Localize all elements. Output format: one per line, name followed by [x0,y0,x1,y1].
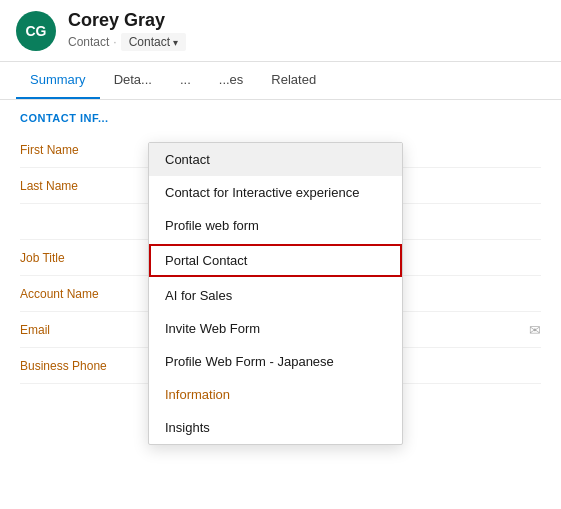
header-info: Corey Gray Contact · Contact ▾ [68,10,186,51]
dropdown-item-profile-web-form-ja[interactable]: Profile Web Form - Japanese [149,345,402,378]
dropdown-item-contact[interactable]: Contact [149,143,402,176]
label-email: Email [20,323,150,337]
label-account: Account Name [20,287,150,301]
dropdown-item-contact-interactive[interactable]: Contact for Interactive experience [149,176,402,209]
header-subtitle: Contact · Contact ▾ [68,33,186,51]
tab-bar: Summary Deta... ... ...es Related [0,62,561,100]
tab-details[interactable]: Deta... [100,62,166,99]
section-contact-info: CONTACT INF... [20,112,541,124]
dropdown-item-portal-contact[interactable]: Portal Contact [149,244,402,277]
email-icon: ✉ [529,322,541,338]
label-jobtitle: Job Title [20,251,150,265]
dropdown-item-profile-web-form[interactable]: Profile web form [149,209,402,242]
label-lastname: Last Name [20,179,150,193]
separator: · [113,35,116,49]
tab-summary[interactable]: Summary [16,62,100,99]
breadcrumb-contact: Contact [68,35,109,49]
tab-related[interactable]: Related [257,62,330,99]
page-header: CG Corey Gray Contact · Contact ▾ [0,0,561,62]
dropdown-item-ai-for-sales[interactable]: AI for Sales [149,279,402,312]
chevron-down-icon: ▾ [173,37,178,48]
avatar: CG [16,11,56,51]
contact-badge-label: Contact [129,35,170,49]
tab-activities[interactable]: ... [166,62,205,99]
contact-type-dropdown: Contact Contact for Interactive experien… [148,142,403,445]
contact-type-dropdown-trigger[interactable]: Contact ▾ [121,33,186,51]
label-firstname: First Name [20,143,150,157]
label-phone: Business Phone [20,359,150,373]
dropdown-item-insights[interactable]: Insights [149,411,402,444]
tab-more[interactable]: ...es [205,62,258,99]
dropdown-item-information[interactable]: Information [149,378,402,411]
dropdown-item-invite-web-form[interactable]: Invite Web Form [149,312,402,345]
contact-name: Corey Gray [68,10,186,31]
